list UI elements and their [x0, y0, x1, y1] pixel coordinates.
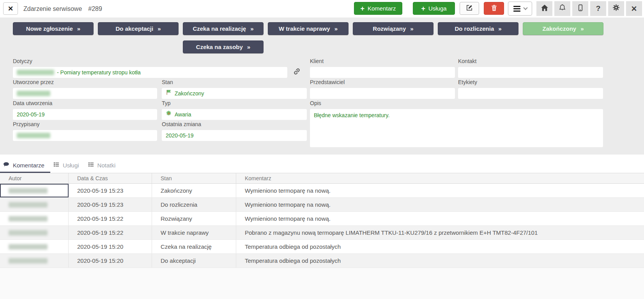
bell-icon: [559, 4, 566, 13]
table-row[interactable]: 2020-05-19 15:20 Czeka na realizację Tem…: [0, 240, 644, 254]
add-service-button[interactable]: + Usługa: [413, 2, 455, 15]
ostatnia-zmiana-field[interactable]: 2020-05-19: [162, 130, 307, 141]
event-details-section: Nowe zgłoszenie » Do akceptacji » Czeka …: [0, 18, 644, 155]
author-cell[interactable]: [0, 198, 69, 211]
trash-icon: [491, 5, 497, 12]
etykiety-label: Etykiety: [458, 79, 477, 85]
mobile-button[interactable]: [572, 1, 588, 16]
failure-burst-icon: [166, 109, 172, 120]
state-label: Zakończony: [542, 25, 576, 32]
etykiety-field[interactable]: [458, 88, 603, 99]
settings-button[interactable]: [608, 1, 624, 16]
plus-icon: +: [421, 5, 425, 12]
redacted-user-name: [17, 91, 50, 96]
column-header-stan[interactable]: Stan: [152, 173, 236, 183]
workflow-state-zakonczony-active[interactable]: Zakończony »: [523, 22, 603, 35]
table-body: 2020-05-19 15:23 Zakończony Wymieniono t…: [0, 184, 644, 268]
mobile-icon: [577, 4, 584, 13]
workflow-state-do-rozliczenia[interactable]: Do rozliczenia »: [438, 22, 518, 35]
author-cell-selected[interactable]: [0, 184, 69, 197]
add-comment-label: Komentarz: [368, 5, 396, 12]
dotyczy-label: Dotyczy: [13, 58, 32, 64]
redacted-author-name: [9, 216, 48, 222]
table-row[interactable]: 2020-05-19 15:22 W trakcie naprawy Pobra…: [0, 226, 644, 240]
list-icon: [88, 162, 94, 169]
state-label: Do rozliczenia: [455, 25, 494, 32]
przedstawiciel-label: Przedstawiciel: [310, 79, 345, 85]
kontakt-field[interactable]: [458, 67, 603, 78]
author-cell[interactable]: [0, 212, 69, 225]
chevron-down-icon: [523, 5, 527, 10]
redacted-user-name: [17, 133, 50, 138]
delete-button[interactable]: [484, 2, 504, 15]
stan-cell: Czeka na realizację: [152, 240, 236, 253]
actions-menu-button[interactable]: [508, 2, 532, 16]
column-header-data-czas[interactable]: Data & Czas: [69, 173, 152, 183]
przypisany-label: Przypisany: [13, 121, 39, 127]
klient-field[interactable]: [310, 67, 455, 78]
stan-cell: Do rozliczenia: [152, 198, 236, 211]
przypisany-field[interactable]: [13, 130, 157, 141]
data-utworzenia-field[interactable]: 2020-05-19: [13, 109, 157, 120]
author-cell[interactable]: [0, 240, 69, 253]
workflow-state-rozwiazany[interactable]: Rozwiązany »: [353, 22, 433, 35]
table-row[interactable]: 2020-05-19 15:22 Rozwiązany Wymieniono t…: [0, 212, 644, 226]
state-label: Nowe zgłoszenie: [26, 25, 73, 32]
edit-button[interactable]: [460, 2, 479, 15]
stan-cell: Zakończony: [152, 184, 236, 197]
workflow-state-nowe-zgloszenie[interactable]: Nowe zgłoszenie »: [13, 22, 94, 35]
hamburger-icon: [513, 6, 520, 12]
author-cell[interactable]: [0, 254, 69, 267]
workflow-state-czeka-na-realizacje[interactable]: Czeka na realizację »: [183, 22, 264, 35]
stan-value: Zakończony: [175, 88, 204, 98]
dotyczy-field[interactable]: - Pomiary temperatury stropu kotła: [13, 67, 287, 78]
column-header-komentarz[interactable]: Komentarz: [236, 173, 644, 183]
redacted-asset-code: [17, 70, 54, 75]
home-button[interactable]: [536, 1, 552, 16]
workflow-state-do-akceptacji[interactable]: Do akceptacji »: [98, 22, 179, 35]
workflow-state-czeka-na-zasoby[interactable]: Czeka na zasoby »: [183, 40, 264, 53]
table-row[interactable]: 2020-05-19 15:20 Do akceptacji Temperatu…: [0, 254, 644, 268]
redacted-author-name: [9, 244, 48, 250]
ostatnia-zmiana-label: Ostatnia zmiana: [162, 121, 201, 127]
redacted-author-name: [9, 230, 48, 236]
notifications-button[interactable]: [554, 1, 570, 16]
double-chevron-icon: »: [77, 25, 80, 32]
ticket-id: #289: [88, 5, 102, 12]
typ-field[interactable]: Awaria: [162, 109, 307, 120]
table-row[interactable]: 2020-05-19 15:23 Do rozliczenia Wymienio…: [0, 198, 644, 212]
datetime-cell: 2020-05-19 15:23: [69, 198, 152, 211]
workflow-state-w-trakcie-naprawy[interactable]: W trakcie naprawy »: [268, 22, 349, 35]
przedstawiciel-field[interactable]: [310, 88, 455, 99]
double-chevron-icon: »: [247, 44, 250, 50]
comments-table: Autor Data & Czas Stan Komentarz 2020-05…: [0, 173, 644, 268]
tab-notatki[interactable]: Notatki: [85, 162, 122, 173]
close-icon: ✕: [631, 4, 637, 13]
tab-komentarze[interactable]: Komentarze: [0, 162, 50, 173]
link-icon[interactable]: [293, 68, 301, 77]
utworzone-przez-field[interactable]: [13, 88, 157, 99]
datetime-cell: 2020-05-19 15:22: [69, 226, 152, 239]
close-app-button[interactable]: ✕: [626, 1, 642, 16]
add-comment-button[interactable]: + Komentarz: [354, 2, 402, 15]
flag-icon: [166, 88, 172, 98]
stan-field[interactable]: Zakończony: [162, 88, 307, 99]
datetime-cell: 2020-05-19 15:20: [69, 240, 152, 253]
state-label: Czeka na zasoby: [196, 44, 243, 50]
tab-komentarze-label: Komentarze: [13, 162, 44, 169]
double-chevron-icon: »: [157, 25, 161, 32]
table-row[interactable]: 2020-05-19 15:23 Zakończony Wymieniono t…: [0, 184, 644, 198]
state-label: Do akceptacji: [115, 25, 153, 32]
komentarz-cell: Temperatura odbiega od pozostałych: [236, 240, 644, 253]
opis-field[interactable]: Błędne wskazanie temperatury.: [310, 109, 603, 147]
close-record-button[interactable]: ✕: [3, 2, 18, 15]
plus-icon: +: [360, 5, 364, 12]
stan-cell: Do akceptacji: [152, 254, 236, 267]
close-icon: ✕: [8, 5, 13, 13]
detail-tabs: Komentarze Usługi Notatki: [0, 155, 644, 173]
tab-uslugi[interactable]: Usługi: [50, 162, 85, 173]
help-button[interactable]: ?: [590, 1, 606, 16]
author-cell[interactable]: [0, 226, 69, 239]
column-header-autor[interactable]: Autor: [0, 173, 69, 183]
add-service-label: Usługa: [428, 5, 447, 12]
